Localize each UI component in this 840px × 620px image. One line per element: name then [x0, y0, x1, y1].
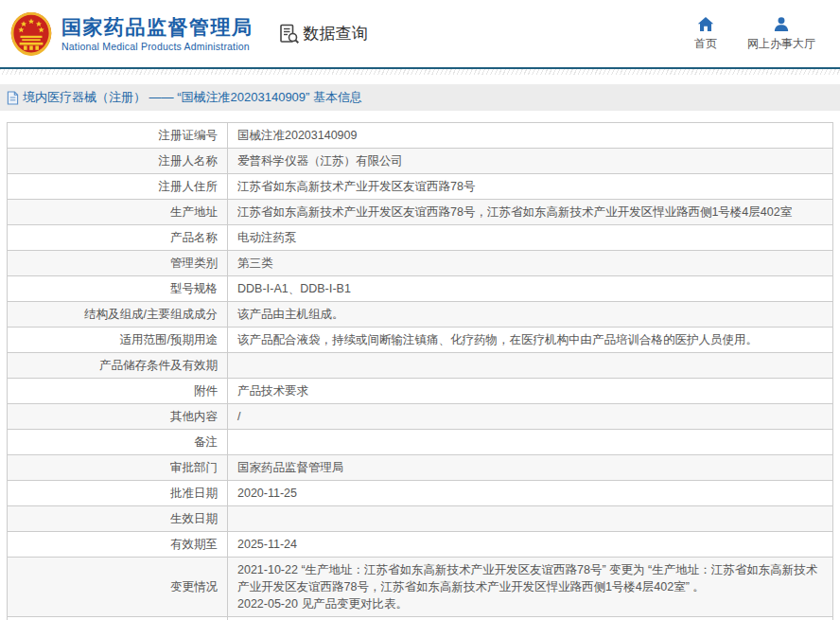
breadcrumb: 境内医疗器械（注册） —— “国械注准20203140909” 基本信息: [0, 84, 840, 111]
table-row: 适用范围/预期用途该产品配合液袋，持续或间断输注镇痛、化疗药物，在医疗机构中由产…: [8, 328, 833, 353]
row-value: /: [228, 404, 833, 430]
row-label: 批准日期: [8, 481, 228, 506]
nav-home[interactable]: 首页: [694, 16, 717, 52]
table-row: 注册证编号国械注准20203140909: [8, 123, 833, 149]
row-value: 爱普科学仪器（江苏）有限公司: [228, 149, 833, 174]
row-value: [228, 430, 833, 455]
row-label: 注: [8, 617, 228, 620]
table-row: 变更情况2021-10-22 “生产地址：江苏省如东高新技术产业开发区友谊西路7…: [8, 558, 833, 617]
person-icon: [773, 16, 790, 32]
table-row: 注册人名称爱普科学仪器（江苏）有限公司: [8, 149, 833, 174]
table-row: 生效日期: [8, 506, 833, 532]
row-label: 结构及组成/主要组成成分: [8, 302, 228, 328]
table-row: 注详情: [8, 617, 833, 620]
row-value: 2020-11-25: [228, 481, 833, 506]
row-value: 江苏省如东高新技术产业开发区友谊西路78号，江苏省如东高新技术产业开发区悍业路西…: [228, 200, 833, 225]
row-value: 详情: [228, 617, 833, 620]
row-label: 管理类别: [8, 251, 228, 276]
table-row: 批准日期2020-11-25: [8, 481, 833, 506]
row-value: [228, 353, 833, 379]
nav-service-hall-label: 网上办事大厅: [747, 36, 815, 52]
table-row: 管理类别第三类: [8, 251, 833, 276]
row-label: 附件: [8, 379, 228, 404]
site-title: 国家药品监督管理局: [61, 16, 254, 39]
row-label: 变更情况: [8, 558, 228, 617]
registration-info-table: 注册证编号国械注准20203140909注册人名称爱普科学仪器（江苏）有限公司注…: [7, 122, 833, 620]
row-value: 该产品由主机组成。: [228, 302, 833, 328]
row-label: 产品储存条件及有效期: [8, 353, 228, 379]
table-row: 结构及组成/主要组成成分该产品由主机组成。: [8, 302, 833, 328]
table-row: 有效期至2025-11-24: [8, 532, 833, 558]
table-row: 型号规格DDB-Ⅰ-A1、DDB-Ⅰ-B1: [8, 276, 833, 302]
row-label: 备注: [8, 430, 228, 455]
row-label: 注册人住所: [8, 174, 228, 200]
table-row: 其他内容/: [8, 404, 833, 430]
table-row: 产品储存条件及有效期: [8, 353, 833, 379]
breadcrumb-text: 境内医疗器械（注册） —— “国械注准20203140909” 基本信息: [23, 89, 362, 106]
table-row: 备注: [8, 430, 833, 455]
row-value: 2021-10-22 “生产地址：江苏省如东高新技术产业开发区友谊西路78号” …: [228, 558, 833, 617]
row-label: 适用范围/预期用途: [8, 328, 228, 353]
header: 国家药品监督管理局 National Medical Products Admi…: [0, 0, 840, 67]
site-logo[interactable]: 国家药品监督管理局 National Medical Products Admi…: [9, 10, 254, 58]
row-value: 2025-11-24: [228, 532, 833, 558]
row-value: 国家药品监督管理局: [228, 455, 833, 481]
national-emblem-icon: [9, 10, 53, 58]
row-label: 注册证编号: [8, 123, 228, 149]
table-row: 附件产品技术要求: [8, 379, 833, 404]
header-divider-hatch: [0, 69, 840, 75]
nav-service-hall[interactable]: 网上办事大厅: [747, 16, 815, 52]
row-label: 生效日期: [8, 506, 228, 532]
row-value: 产品技术要求: [228, 379, 833, 404]
header-nav: 首页 网上办事大厅: [694, 16, 827, 52]
site-subtitle: National Medical Products Administration: [61, 41, 254, 52]
row-label: 产品名称: [8, 225, 228, 251]
row-label: 其他内容: [8, 404, 228, 430]
row-value: [228, 506, 833, 532]
row-value: 国械注准20203140909: [228, 123, 833, 149]
row-value: 江苏省如东高新技术产业开发区友谊西路78号: [228, 174, 833, 200]
document-icon: [7, 91, 19, 105]
nav-data-query[interactable]: 数据查询: [278, 23, 368, 45]
table-row: 产品名称电动注药泵: [8, 225, 833, 251]
row-label: 有效期至: [8, 532, 228, 558]
row-value: 电动注药泵: [228, 225, 833, 251]
table-row: 审批部门国家药品监督管理局: [8, 455, 833, 481]
row-value: DDB-Ⅰ-A1、DDB-Ⅰ-B1: [228, 276, 833, 302]
row-label: 型号规格: [8, 276, 228, 302]
row-label: 注册人名称: [8, 149, 228, 174]
row-label: 审批部门: [8, 455, 228, 481]
site-title-block: 国家药品监督管理局 National Medical Products Admi…: [61, 16, 254, 52]
table-row: 生产地址江苏省如东高新技术产业开发区友谊西路78号，江苏省如东高新技术产业开发区…: [8, 200, 833, 225]
row-label: 生产地址: [8, 200, 228, 225]
row-value: 该产品配合液袋，持续或间断输注镇痛、化疗药物，在医疗机构中由产品培训合格的医护人…: [228, 328, 833, 353]
table-row: 注册人住所江苏省如东高新技术产业开发区友谊西路78号: [8, 174, 833, 200]
home-icon: [697, 16, 714, 32]
nav-data-query-label: 数据查询: [304, 23, 368, 44]
document-search-icon: [278, 23, 301, 45]
row-value: 第三类: [228, 251, 833, 276]
nav-home-label: 首页: [694, 36, 717, 52]
